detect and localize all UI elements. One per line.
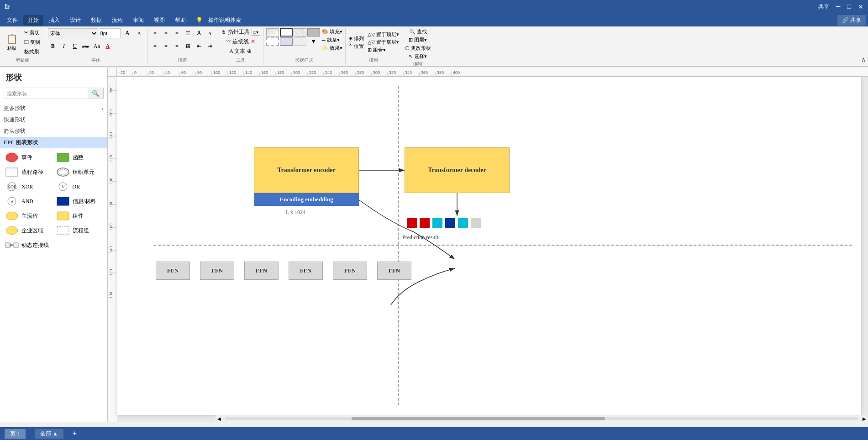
menu-review[interactable]: 审阅 [128,15,148,26]
page-tab[interactable]: 页-1 [5,429,26,439]
align-bot-button[interactable]: ≡ [172,41,182,51]
menu-flow[interactable]: 流程 [107,15,127,26]
shape-component[interactable]: 组件 [55,210,104,222]
shape-style-2[interactable] [280,28,293,37]
ffn-box-6[interactable]: FFN [377,262,411,280]
text-tool-button[interactable]: A 文本 [229,47,245,55]
scrollbar-track[interactable] [225,417,858,420]
align-center-button[interactable]: ≡ [161,28,171,38]
shape-main-flow[interactable]: 主流程 [4,210,53,222]
font-color-button[interactable]: A [103,41,113,51]
menu-help[interactable]: 帮助 [170,15,190,26]
shape-info[interactable]: 信息/材料 [55,195,104,208]
menu-start[interactable]: 开始 [23,15,43,26]
align-right-button[interactable]: ≡ [172,28,182,38]
epc-shapes-section[interactable]: EPC 图表形状 [0,137,107,148]
shape-style-more[interactable]: ▼ [307,37,320,46]
shape-or[interactable]: V OR [55,180,104,193]
bring-forward-button[interactable]: ⇑位置 [348,43,364,50]
menu-search[interactable]: 操作说明搜索 [204,15,246,26]
layers-button[interactable]: ⊞图层▾ [409,37,427,43]
copy-button[interactable]: ❑ 复制 [22,38,42,47]
group-btn[interactable]: ⊞组合▾ [368,47,399,53]
text-options[interactable]: ⊕ [247,48,252,55]
share-button[interactable]: 共享 [818,3,829,11]
bullet-button[interactable]: ☰ [183,28,193,38]
minimize-button[interactable]: ─ [836,3,841,10]
ffn-box-3[interactable]: FFN [244,262,279,280]
maximize-button[interactable]: □ [847,3,851,10]
paste-button[interactable]: 📋 粘贴 [3,32,21,53]
change-shape-button[interactable]: ⬡更改形状 [405,45,431,52]
align-top-button[interactable]: ≡ [150,41,160,51]
vert-align-button[interactable]: ⊞ [183,41,193,51]
shape-dynamic-connector[interactable]: 动态连接线 [4,239,53,251]
all-tab[interactable]: 全部 ▲ [35,429,63,439]
menu-data[interactable]: 数据 [86,15,106,26]
format-paint-button[interactable]: 格式刷 [22,47,42,56]
search-button[interactable]: 🔍 [88,88,103,99]
font-increase-button[interactable]: A [122,28,132,38]
align-left-button[interactable]: ≡ [150,28,160,38]
ffn-box-5[interactable]: FFN [333,262,367,280]
font-size-input[interactable] [100,28,121,38]
menu-file[interactable]: 文件 [2,15,22,26]
shape-style-5[interactable] [266,37,279,46]
add-page-button[interactable]: + [73,430,77,438]
shape-and[interactable]: ∧ AND [4,195,53,208]
fill-button[interactable]: 🎨 填充▾ [322,28,342,35]
underline-button[interactable]: U [70,41,80,51]
shape-enterprise[interactable]: 企业区域 [4,224,53,237]
italic-button[interactable]: I [59,41,69,51]
indent-less-button[interactable]: ⇤ [194,41,204,51]
shape-style-3[interactable] [294,28,306,37]
select-button[interactable]: ↖选择▾ [409,53,427,60]
horizontal-scrollbar[interactable]: ◀ ▶ [216,415,868,422]
strikethrough-button[interactable]: abc [81,41,91,51]
shape-style-7[interactable] [294,37,306,46]
font-family-select[interactable]: 宋体 [48,28,98,38]
shape-style-4[interactable] [307,28,320,37]
scrollbar-thumb[interactable] [352,417,605,420]
group-button[interactable]: △▽置于底层▾ [368,39,399,46]
canvas-area[interactable]: -20 0 20 40 60 80 100 120 140 160 [108,68,868,422]
shape-event[interactable]: 事件 [4,151,53,164]
share-menu-button[interactable]: 🔗 共享 [837,15,866,26]
menu-insert[interactable]: 插入 [44,15,64,26]
shape-style-1[interactable] [266,28,279,37]
font-grow-button[interactable]: A [194,28,204,38]
cut-button[interactable]: ✂ 剪切 [22,28,42,37]
shape-search-input[interactable] [4,88,88,99]
pointer-tool-button[interactable]: 🖱 指针工具 [221,28,250,36]
align-mid-button[interactable]: ≡ [161,41,171,51]
connector-close[interactable]: ✕ [251,38,255,45]
more-shapes-section[interactable]: 更多形状 › [0,103,107,114]
page-canvas[interactable]: Transformer encoder Encoding embedding L… [117,77,861,415]
find-button[interactable]: 🔍查找 [409,28,427,35]
bold-button[interactable]: B [48,41,58,51]
encoder-box[interactable]: Transformer encoder [254,147,359,193]
scroll-left-btn[interactable]: ◀ [216,416,223,421]
arrow-shapes-section[interactable]: 箭头形状 [0,126,107,137]
indent-more-button[interactable]: ⇥ [205,41,215,51]
ffn-box-1[interactable]: FFN [156,262,190,280]
encoding-embed-bar[interactable]: Encoding embedding [254,193,359,206]
menu-design[interactable]: 设计 [65,15,85,26]
shape-org[interactable]: 组织单元 [55,166,104,178]
send-backward-button[interactable]: △▽置于顶层▾ [368,31,399,38]
scroll-right-btn[interactable]: ▶ [861,416,868,421]
menu-view[interactable]: 视图 [149,15,169,26]
ribbon-collapse-button[interactable]: ∧ [861,56,866,63]
position-button[interactable]: ⊞排列 [348,35,364,42]
shape-style-6[interactable] [280,37,293,46]
text-case-button[interactable]: Aa [92,41,102,51]
line-button[interactable]: ─ 线条▾ [322,37,342,43]
shape-xor[interactable]: XOR XOR [4,180,53,193]
ffn-box-2[interactable]: FFN [200,262,234,280]
shape-process[interactable]: 流程路径 [4,166,53,178]
font-shrink-button[interactable]: A [205,28,215,38]
ffn-box-4[interactable]: FFN [289,262,323,280]
shape-flow-group[interactable]: 流程组 [55,224,104,237]
quick-shapes-section[interactable]: 快速形状 [0,114,107,126]
connector-tool-button[interactable]: 〰 连接线 [226,38,249,46]
